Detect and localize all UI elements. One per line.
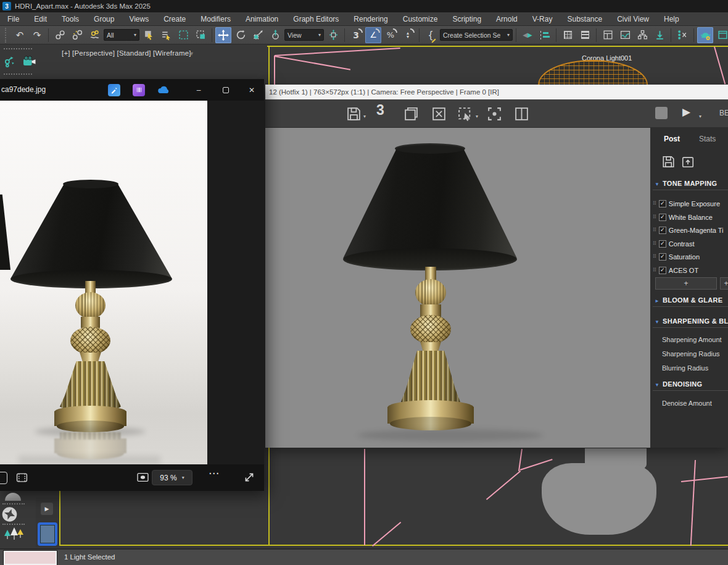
redo-button[interactable]: ↷ — [29, 27, 45, 43]
photos-clipchamp-icon[interactable] — [130, 79, 148, 101]
unlink-selection-icon[interactable] — [69, 27, 85, 43]
photos-more-options-button[interactable]: ⋯ — [209, 467, 219, 480]
vfb-panel-save-icon[interactable] — [661, 155, 676, 170]
snaps-toggle-3d[interactable]: 3 — [348, 27, 364, 43]
vfb-pass-label[interactable]: BE — [719, 109, 728, 117]
photos-titlebar[interactable]: ca97dede.jpg – ✕ — [0, 79, 264, 101]
select-and-move-button[interactable] — [215, 27, 231, 43]
vfb-duplicate-button[interactable] — [403, 106, 419, 123]
select-and-scale-button[interactable] — [250, 27, 266, 43]
denoising-collapse-icon[interactable]: ▼ — [655, 382, 660, 388]
curve-editor-button[interactable] — [617, 27, 633, 43]
menu-tools[interactable]: Tools — [54, 12, 86, 26]
reference-coordinate-dropdown[interactable]: View▾ — [284, 29, 324, 41]
menu-help[interactable]: Help — [656, 12, 687, 26]
menu-edit[interactable]: Edit — [27, 12, 54, 26]
photos-partial-icon[interactable] — [0, 472, 7, 484]
corona-sky-icon[interactable] — [5, 493, 21, 501]
photos-slideshow-icon[interactable] — [16, 472, 28, 485]
spinner-snap-toggle[interactable]: ▴▾ — [400, 27, 416, 43]
add-operator-button-2[interactable]: + — [720, 277, 728, 290]
add-operator-button[interactable]: + — [655, 277, 717, 290]
vfb-region-caret[interactable]: ▾ — [476, 111, 478, 120]
select-and-rotate-button[interactable] — [233, 27, 249, 43]
align-button[interactable] — [537, 27, 553, 43]
vfb-stop-button[interactable] — [655, 107, 668, 119]
vfb-tab-post[interactable]: Post — [664, 135, 680, 143]
photos-edit-icon[interactable] — [105, 79, 123, 101]
checkbox-checked[interactable]: ✓ — [659, 240, 666, 248]
material-editor-button[interactable] — [651, 27, 668, 43]
selection-filter-dropdown[interactable]: All▾ — [104, 29, 139, 41]
vfb-titlebar[interactable]: 12 (Hotfix 1) | 763×572px (1:1) | Camera… — [265, 85, 728, 99]
sharpening-collapse-icon[interactable]: ▼ — [655, 319, 660, 325]
angle-snap-toggle[interactable]: ∠ — [365, 27, 381, 43]
checkbox-checked[interactable]: ✓ — [659, 214, 666, 221]
bind-to-space-warp-icon[interactable] — [86, 27, 102, 43]
schematic-view-button[interactable] — [634, 27, 650, 43]
vfb-play-caret[interactable]: ▾ — [699, 111, 701, 120]
corona-proxy-trees-icon[interactable] — [4, 526, 36, 545]
menu-modifiers[interactable]: Modifiers — [193, 12, 238, 26]
tone-mapping-collapse-icon[interactable]: ▼ — [655, 182, 660, 187]
photos-close-button[interactable]: ✕ — [239, 79, 264, 101]
vfb-save-caret[interactable]: ▾ — [363, 111, 366, 120]
material-thumbnail[interactable] — [38, 522, 57, 546]
rendered-frame-window-button[interactable] — [714, 27, 728, 43]
corona-sun-icon[interactable] — [1, 53, 18, 70]
checkbox-checked[interactable]: ✓ — [659, 267, 666, 274]
vfb-save-button[interactable] — [346, 106, 362, 123]
window-crossing-toggle[interactable] — [192, 27, 209, 43]
menu-create[interactable]: Create — [156, 12, 193, 26]
vfb-tab-stats[interactable]: Stats — [699, 135, 716, 143]
select-and-place-button[interactable] — [267, 27, 283, 43]
render-setup-button[interactable] — [697, 27, 713, 43]
menu-customize[interactable]: Customize — [395, 12, 445, 26]
checkbox-checked[interactable]: ✓ — [659, 253, 666, 261]
state-sets-button[interactable] — [674, 27, 690, 43]
edit-named-selection-sets-button[interactable]: { — [423, 27, 439, 43]
viewport-menu-triangle-icon[interactable]: ▼ — [189, 51, 194, 57]
menu-rendering[interactable]: Rendering — [346, 12, 395, 26]
viewport-label[interactable]: [+] [Perspective] [Standard] [Wireframe] — [62, 49, 191, 57]
use-pivot-point-button[interactable] — [325, 27, 341, 43]
photos-maximize-button[interactable] — [212, 79, 239, 101]
sharpening-header[interactable]: SHARPENING & BLU — [663, 317, 728, 325]
vfb-render-play-button[interactable]: ▶ — [682, 106, 690, 119]
bloom-collapse-icon[interactable]: ► — [655, 298, 660, 304]
select-by-name-button[interactable] — [158, 27, 174, 43]
named-selection-set-dropdown[interactable]: Create Selection Se▾ — [440, 29, 513, 41]
tone-op-row[interactable]: ⠿✓Green-Magenta Ti — [653, 224, 728, 236]
vfb-render-region-button[interactable] — [457, 106, 473, 123]
menu-graph-editors[interactable]: Graph Editors — [286, 12, 346, 26]
tone-op-row[interactable]: ⠿✓Saturation — [653, 250, 728, 263]
tone-op-row[interactable]: ⠿✓White Balance — [653, 211, 728, 224]
color-swatch[interactable] — [4, 551, 57, 565]
menu-views[interactable]: Views — [122, 12, 156, 26]
mini-play-button[interactable]: ▶ — [41, 503, 53, 515]
photos-minimize-button[interactable]: – — [185, 79, 212, 101]
menu-vray[interactable]: V-Ray — [525, 12, 560, 26]
select-object-button[interactable] — [141, 27, 157, 43]
tone-op-row[interactable]: ⠿✓Simple Exposure — [653, 197, 728, 210]
tone-op-row[interactable]: ⠿✓ACES OT — [653, 264, 728, 277]
corona-camera-icon[interactable] — [20, 53, 37, 70]
checkbox-checked[interactable]: ✓ — [659, 227, 666, 234]
photos-zoom-control[interactable]: 93 %▾ — [152, 470, 192, 485]
tone-mapping-header[interactable]: TONE MAPPING — [663, 180, 717, 187]
select-and-link-icon[interactable] — [52, 27, 68, 43]
vfb-ab-compare-button[interactable] — [514, 106, 529, 123]
photos-onedrive-icon[interactable] — [154, 79, 173, 101]
vfb-panel-load-icon[interactable] — [680, 155, 695, 170]
photos-fit-icon[interactable] — [137, 472, 149, 484]
menu-arnold[interactable]: Arnold — [489, 12, 525, 26]
rectangular-selection-region-button[interactable] — [175, 27, 191, 43]
bloom-glare-header[interactable]: BLOOM & GLARE — [663, 296, 722, 304]
vfb-focus-button[interactable] — [487, 106, 502, 123]
toggle-layer-explorer-button[interactable] — [577, 27, 593, 43]
tone-op-row[interactable]: ⠿✓Contrast — [653, 237, 728, 250]
menu-civil-view[interactable]: Civil View — [610, 12, 656, 26]
undo-button[interactable]: ↶ — [12, 27, 28, 43]
photos-fullscreen-icon[interactable] — [243, 471, 255, 485]
menu-group[interactable]: Group — [86, 12, 122, 26]
